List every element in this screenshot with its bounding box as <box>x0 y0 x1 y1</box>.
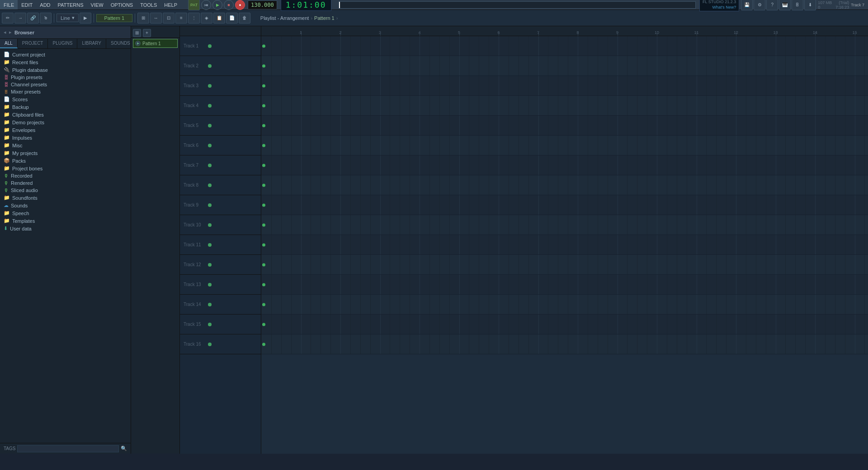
menu-file[interactable]: FILE <box>0 0 18 9</box>
track-label-4[interactable]: Track 4 <box>180 96 261 116</box>
search-icon[interactable]: 🔍 <box>121 446 127 451</box>
grid-btn2[interactable]: ↔ <box>150 13 162 24</box>
rewind-button[interactable]: ⏮ <box>201 0 211 10</box>
track-grid-row-7[interactable] <box>261 155 868 175</box>
menu-edit[interactable]: EDIT <box>18 0 36 9</box>
pattern-play-1[interactable]: ▶ <box>135 41 141 46</box>
grid-btn1[interactable]: ⊞ <box>137 13 149 24</box>
track-label-14[interactable]: Track 14 <box>180 295 261 315</box>
record-button[interactable]: ● <box>235 0 245 10</box>
tree-item-misc[interactable]: 📁Misc <box>0 141 131 149</box>
breadcrumb-playlist[interactable]: Playlist - Arrangement <box>260 15 309 21</box>
plugin-picker[interactable]: 🎹 <box>779 0 791 10</box>
track-grid-row-11[interactable] <box>261 235 868 255</box>
grid-btn6[interactable]: ◈ <box>201 13 212 24</box>
track-label-15[interactable]: Track 15 <box>180 315 261 334</box>
menu-tools[interactable]: TOOLS <box>137 0 160 9</box>
tree-item-recent-files[interactable]: 📁Recent files <box>0 58 131 66</box>
tree-item-plugin-presets[interactable]: 🎛Plugin presets <box>0 74 131 81</box>
pattern-grid-btn[interactable]: ⊞ <box>133 29 141 37</box>
tree-item-project-bones[interactable]: 📁Project bones <box>0 164 131 172</box>
tree-item-rendered[interactable]: 🎙Rendered <box>0 179 131 187</box>
track-grid-row-6[interactable] <box>261 136 868 155</box>
nav-back[interactable]: ◂ <box>4 29 6 35</box>
save-button[interactable]: 💾 <box>741 0 753 10</box>
tree-item-channel-presets[interactable]: 🎛Channel presets <box>0 81 131 88</box>
tree-item-my-projects[interactable]: 📁My projects <box>0 149 131 157</box>
track-grid-row-1[interactable] <box>261 36 868 56</box>
snap-right[interactable]: → <box>14 13 26 24</box>
tree-item-packs[interactable]: 📦Packs <box>0 157 131 164</box>
stop-button[interactable]: ■ <box>224 0 234 10</box>
position-slider[interactable] <box>339 1 696 9</box>
tree-item-clipboard-files[interactable]: 📁Clipboard files <box>0 111 131 118</box>
track-grid[interactable] <box>261 36 868 454</box>
pattern-selector[interactable]: Pattern 1 <box>96 14 132 22</box>
track-label-10[interactable]: Track 10 <box>180 215 261 235</box>
track-grid-row-2[interactable] <box>261 56 868 76</box>
nav-forward[interactable]: ▸ <box>9 29 12 35</box>
track-grid-row-12[interactable] <box>261 255 868 275</box>
track-label-9[interactable]: Track 9 <box>180 195 261 215</box>
tempo-display[interactable]: 130.000 <box>248 0 277 9</box>
track-grid-row-3[interactable] <box>261 76 868 96</box>
track-grid-row-16[interactable] <box>261 334 868 354</box>
track-label-2[interactable]: Track 2 <box>180 56 261 76</box>
tree-item-sounds[interactable]: ☁Sounds <box>0 202 131 209</box>
track-grid-row-8[interactable] <box>261 175 868 195</box>
breadcrumb-pattern[interactable]: Pattern 1 <box>314 15 335 21</box>
track-label-7[interactable]: Track 7 <box>180 155 261 175</box>
menu-patterns[interactable]: PATTERNS <box>54 0 87 9</box>
line-dropdown[interactable]: Line ▾ <box>57 14 79 22</box>
track-label-5[interactable]: Track 5 <box>180 116 261 136</box>
track-label-1[interactable]: Track 1 <box>180 36 261 56</box>
tab-library[interactable]: LIBRARY <box>77 39 106 48</box>
copy-btn[interactable]: 📋 <box>213 13 225 24</box>
tab-plugins[interactable]: PLUGINS <box>48 39 77 48</box>
pattern-item-1[interactable]: ▶ Pattern 1 <box>133 39 178 48</box>
track-label-6[interactable]: Track 6 <box>180 136 261 155</box>
tree-item-current-project[interactable]: 📄Current project <box>0 51 131 58</box>
tree-item-mixer-presets[interactable]: 🎚Mixer presets <box>0 88 131 95</box>
track-label-3[interactable]: Track 3 <box>180 76 261 96</box>
tab-project[interactable]: PROJECT <box>18 39 48 48</box>
tree-item-demo-projects[interactable]: 📁Demo projects <box>0 118 131 126</box>
grid-btn5[interactable]: ⋮ <box>188 13 200 24</box>
track-grid-row-15[interactable] <box>261 315 868 334</box>
track-label-13[interactable]: Track 13 <box>180 275 261 295</box>
menu-add[interactable]: ADD <box>36 0 54 9</box>
track-label-11[interactable]: Track 11 <box>180 235 261 255</box>
tree-item-scores[interactable]: 📄Scores <box>0 95 131 103</box>
delete-btn[interactable]: 🗑 <box>239 13 250 24</box>
download-button[interactable]: ⬇ <box>804 0 816 10</box>
track-grid-row-4[interactable] <box>261 96 868 116</box>
track-grid-row-14[interactable] <box>261 295 868 315</box>
tree-item-backup[interactable]: 📁Backup <box>0 103 131 111</box>
tree-item-envelopes[interactable]: 📁Envelopes <box>0 126 131 134</box>
track-grid-row-9[interactable] <box>261 195 868 215</box>
menu-options[interactable]: OPTIONS <box>107 0 137 9</box>
tree-item-speech[interactable]: 📁Speech <box>0 209 131 217</box>
tree-item-user-data[interactable]: ⬇User data <box>0 225 131 232</box>
menu-view[interactable]: VIEW <box>87 0 107 9</box>
track-grid-row-13[interactable] <box>261 275 868 295</box>
tree-item-soundfonts[interactable]: 📁Soundfonts <box>0 194 131 202</box>
grid-btn4[interactable]: ≡ <box>175 13 187 24</box>
help-button[interactable]: ? <box>766 0 778 10</box>
stamp-tool[interactable]: 🖱 <box>40 13 52 24</box>
tags-search-input[interactable] <box>17 445 119 452</box>
tree-item-sliced-audio[interactable]: 🎙Sliced audio <box>0 187 131 194</box>
tree-item-plugin-database[interactable]: 🔌Plugin database <box>0 66 131 74</box>
mixer-button[interactable]: 🎚 <box>792 0 803 10</box>
track-grid-row-5[interactable] <box>261 116 868 136</box>
magnet-tool[interactable]: 🔗 <box>27 13 39 24</box>
arrow-right-btn[interactable]: ▶ <box>80 13 91 24</box>
track-label-16[interactable]: Track 16 <box>180 334 261 354</box>
tree-item-impulses[interactable]: 📁Impulses <box>0 134 131 141</box>
settings-button[interactable]: ⚙ <box>754 0 765 10</box>
paste-btn[interactable]: 📄 <box>226 13 238 24</box>
tab-all[interactable]: ALL <box>0 39 18 48</box>
grid-btn3[interactable]: ⊡ <box>163 13 175 24</box>
play-button[interactable]: ▶ <box>212 0 222 10</box>
track-label-12[interactable]: Track 12 <box>180 255 261 275</box>
